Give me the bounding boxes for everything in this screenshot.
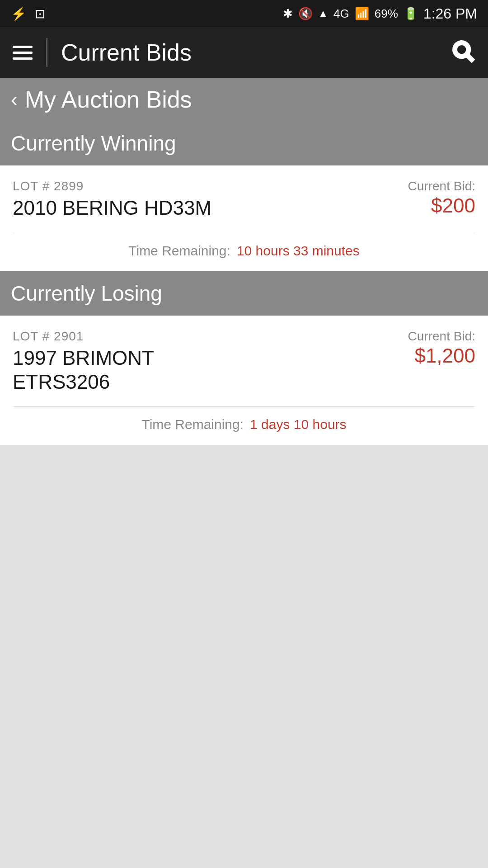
status-time: 1:26 PM	[423, 5, 477, 22]
lot-card-top: LOT # 2899 2010 BERING HD33M Current Bid…	[13, 179, 475, 220]
breadcrumb-text: My Auction Bids	[25, 86, 192, 113]
battery-percent: 69%	[375, 7, 398, 21]
section-winning-label: Currently Winning	[11, 132, 176, 155]
lot-card-winning[interactable]: LOT # 2899 2010 BERING HD33M Current Bid…	[0, 165, 488, 233]
lot-number-winning: LOT # 2899	[13, 179, 211, 193]
back-arrow-icon[interactable]: ‹	[11, 90, 18, 109]
app-header: Current Bids	[0, 27, 488, 78]
lot-name-losing: 1997 BRIMONT ETRS3206	[13, 346, 154, 394]
network-label: 4G	[333, 7, 349, 21]
search-icon	[452, 40, 475, 63]
search-button[interactable]	[452, 40, 475, 65]
mute-icon: 🔇	[298, 7, 313, 21]
menu-button[interactable]	[13, 46, 33, 60]
signal-icon: 📶	[355, 7, 369, 21]
svg-line-1	[467, 55, 474, 61]
empty-content-area	[0, 445, 488, 868]
usb-icon: ⚡	[11, 6, 27, 21]
bid-info-winning: Current Bid: $200	[408, 179, 475, 217]
battery-icon: 🔋	[404, 7, 418, 21]
bid-amount-winning: $200	[408, 194, 475, 217]
section-header-losing: Currently Losing	[0, 271, 488, 316]
lot-card-losing[interactable]: LOT # 2901 1997 BRIMONT ETRS3206 Current…	[0, 316, 488, 407]
time-label-losing: Time Remaining:	[141, 417, 244, 432]
bid-amount-losing: $1,200	[408, 344, 475, 367]
breadcrumb-bar[interactable]: ‹ My Auction Bids	[0, 78, 488, 121]
bid-label-winning: Current Bid:	[408, 179, 475, 193]
status-bar-left: ⚡ ⊡	[11, 6, 45, 21]
time-remaining-losing: Time Remaining: 1 days 10 hours	[0, 407, 488, 445]
header-divider	[46, 38, 47, 67]
time-label-winning: Time Remaining:	[128, 243, 230, 259]
lot-left-info-losing: LOT # 2901 1997 BRIMONT ETRS3206	[13, 329, 154, 394]
header-title: Current Bids	[61, 39, 192, 66]
status-bar-right: ✱ 🔇 ▲ 4G 📶 69% 🔋 1:26 PM	[283, 5, 477, 22]
section-header-winning: Currently Winning	[0, 121, 488, 165]
bid-info-losing: Current Bid: $1,200	[408, 329, 475, 367]
lot-card-top-losing: LOT # 2901 1997 BRIMONT ETRS3206 Current…	[13, 329, 475, 394]
time-value-losing: 1 days 10 hours	[250, 417, 346, 432]
image-icon: ⊡	[35, 6, 45, 21]
svg-point-0	[455, 43, 469, 57]
lot-name-winning: 2010 BERING HD33M	[13, 196, 211, 220]
header-left: Current Bids	[13, 38, 192, 67]
lot-number-losing: LOT # 2901	[13, 329, 154, 344]
time-value-winning: 10 hours 33 minutes	[237, 243, 360, 259]
bluetooth-icon: ✱	[283, 7, 293, 21]
bid-label-losing: Current Bid:	[408, 329, 475, 344]
status-bar: ⚡ ⊡ ✱ 🔇 ▲ 4G 📶 69% 🔋 1:26 PM	[0, 0, 488, 27]
section-losing-label: Currently Losing	[11, 282, 162, 305]
lot-left-info: LOT # 2899 2010 BERING HD33M	[13, 179, 211, 220]
time-remaining-winning: Time Remaining: 10 hours 33 minutes	[0, 233, 488, 271]
wifi-icon: ▲	[318, 8, 328, 19]
